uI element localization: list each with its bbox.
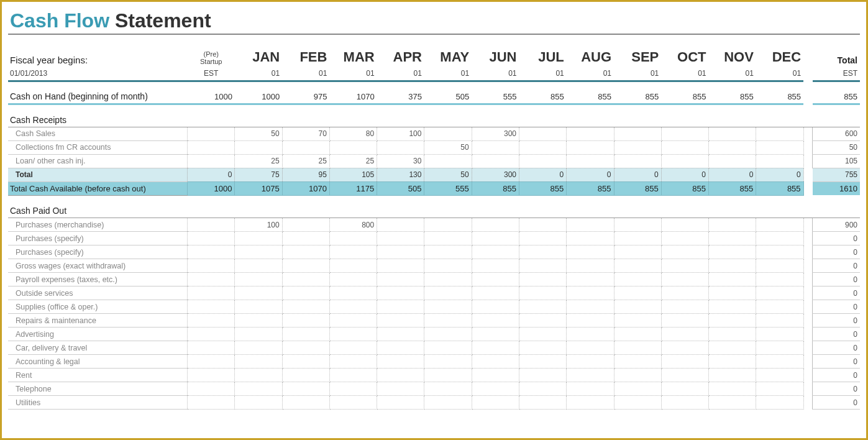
paidout-8-5 — [472, 328, 519, 341]
paidout-0-3 — [377, 218, 424, 232]
paidout-8-7 — [567, 328, 614, 341]
month-header-5: JUN — [472, 47, 519, 67]
paidout-13-label: Utilities — [8, 396, 188, 410]
receipt-0-1: 70 — [282, 127, 329, 140]
month-header-9: OCT — [661, 47, 708, 67]
paidout-11-3 — [377, 369, 424, 382]
paidout-9-9 — [661, 341, 708, 355]
day-6: 01 — [519, 67, 566, 81]
paidout-1-10 — [709, 232, 756, 245]
receipt-2-pre — [188, 154, 235, 168]
paidout-1-1 — [282, 232, 329, 245]
receipt-2-11 — [756, 154, 803, 168]
paidout-12-8 — [614, 382, 661, 396]
paidout-9-5 — [472, 341, 519, 355]
paidout-7-1 — [282, 314, 329, 328]
paidout-8-1 — [282, 328, 329, 341]
paidout-5-8 — [614, 286, 661, 300]
paidout-12-4 — [424, 382, 472, 396]
receipt-0-2: 80 — [329, 127, 377, 140]
paidout-8-8 — [614, 328, 661, 341]
paidout-12-0 — [235, 382, 282, 396]
paidout-6-2 — [329, 300, 377, 314]
receipts-total-6: 0 — [519, 168, 566, 181]
paidout-1-0 — [235, 232, 282, 245]
paidout-1-8 — [614, 232, 661, 245]
paidout-6-7 — [567, 300, 614, 314]
paidout-6-9 — [661, 300, 708, 314]
paidout-4-2 — [329, 273, 377, 286]
paidout-9-3 — [377, 341, 424, 355]
paidout-12-7 — [567, 382, 614, 396]
receipt-0-5: 300 — [472, 127, 519, 140]
paidout-3-6 — [519, 259, 566, 273]
paidout-13-2 — [329, 396, 377, 410]
total-available-11: 855 — [756, 181, 803, 195]
paidout-6-6 — [519, 300, 566, 314]
paidout-2-row: Purchases (specify)0 — [8, 245, 860, 259]
receipt-2-10 — [709, 154, 756, 168]
receipts-total-total: 755 — [813, 168, 861, 181]
receipt-2-1: 25 — [282, 154, 329, 168]
paidout-3-5 — [472, 259, 519, 273]
paidout-2-8 — [614, 245, 661, 259]
paidout-4-label: Payroll expenses (taxes, etc.) — [8, 273, 188, 286]
cash-on-hand-6: 855 — [519, 89, 566, 104]
paidout-5-0 — [235, 286, 282, 300]
receipt-2-total: 105 — [813, 154, 861, 168]
paidout-12-10 — [709, 382, 756, 396]
receipt-2-3: 30 — [377, 154, 424, 168]
paidout-5-10 — [709, 286, 756, 300]
paidout-10-11 — [756, 355, 803, 369]
receipt-1-pre — [188, 140, 235, 154]
paidout-3-2 — [329, 259, 377, 273]
paidout-6-3 — [377, 300, 424, 314]
paidout-1-7 — [567, 232, 614, 245]
paidout-10-10 — [709, 355, 756, 369]
paidout-8-label: Advertising — [8, 328, 188, 341]
paidout-4-total: 0 — [813, 273, 861, 286]
paidout-13-0 — [235, 396, 282, 410]
cash-on-hand-row: Cash on Hand (beginning of month)1000100… — [8, 89, 860, 104]
receipt-2-4 — [424, 154, 472, 168]
paidout-8-pre — [188, 328, 235, 341]
paidout-11-11 — [756, 369, 803, 382]
pre-est: EST — [188, 67, 235, 81]
paidout-10-pre — [188, 355, 235, 369]
paidout-0-5 — [472, 218, 519, 232]
paidout-8-9 — [661, 328, 708, 341]
paidout-6-row: Supplies (office & oper.)0 — [8, 300, 860, 314]
month-header-11: DEC — [756, 47, 803, 67]
paidout-11-1 — [282, 369, 329, 382]
receipt-1-total: 50 — [813, 140, 861, 154]
paidout-3-8 — [614, 259, 661, 273]
paidout-7-0 — [235, 314, 282, 328]
paidout-0-10 — [709, 218, 756, 232]
receipt-0-7 — [567, 127, 614, 140]
paidout-2-11 — [756, 245, 803, 259]
paidout-11-pre — [188, 369, 235, 382]
paidout-11-5 — [472, 369, 519, 382]
paidout-10-8 — [614, 355, 661, 369]
paidout-11-total: 0 — [813, 369, 861, 382]
cash-on-hand-11: 855 — [756, 89, 803, 104]
paidout-10-1 — [282, 355, 329, 369]
paidout-4-4 — [424, 273, 472, 286]
paidout-9-0 — [235, 341, 282, 355]
paidout-5-1 — [282, 286, 329, 300]
paidout-10-6 — [519, 355, 566, 369]
paidout-9-pre — [188, 341, 235, 355]
pre-startup-label: (Pre)Startup — [188, 47, 235, 67]
receipt-2-7 — [567, 154, 614, 168]
paidout-9-8 — [614, 341, 661, 355]
paidout-2-3 — [377, 245, 424, 259]
paidout-12-pre — [188, 382, 235, 396]
paidout-9-11 — [756, 341, 803, 355]
receipt-2-9 — [661, 154, 708, 168]
total-available-3: 505 — [377, 181, 424, 195]
paidout-4-9 — [661, 273, 708, 286]
paidout-12-2 — [329, 382, 377, 396]
total-available-7: 855 — [567, 181, 614, 195]
paidout-6-11 — [756, 300, 803, 314]
cash-on-hand-3: 375 — [377, 89, 424, 104]
